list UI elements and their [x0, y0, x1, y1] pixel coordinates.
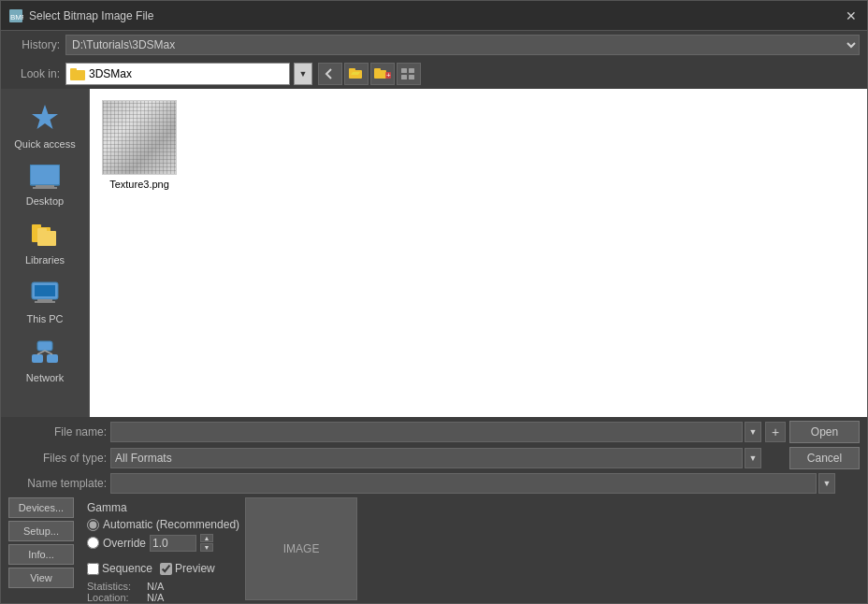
- automatic-label: Automatic (Recommended): [103, 518, 239, 531]
- preview-area: IMAGE: [245, 497, 357, 600]
- folder-icon: [70, 67, 85, 80]
- svg-rect-26: [35, 301, 55, 303]
- location-value: N/A: [147, 592, 164, 603]
- setup-button[interactable]: Setup...: [8, 521, 74, 541]
- filetype-dropdown-btn[interactable]: ▼: [745, 448, 761, 468]
- bitmap-icon: BMP: [8, 8, 23, 23]
- new-folder-button[interactable]: +: [370, 63, 395, 85]
- history-dropdown[interactable]: D:\Tutorials\3DSMax: [65, 35, 860, 55]
- svg-rect-22: [37, 228, 47, 234]
- back-button[interactable]: [318, 63, 342, 85]
- bottom-form-area: File name: ▼ + Open Files of type: ▼ Can…: [1, 417, 867, 603]
- name-template-row: Name template: ▼: [8, 473, 860, 494]
- override-label: Override: [103, 537, 146, 550]
- svg-rect-5: [349, 68, 355, 72]
- override-down-btn[interactable]: ▼: [200, 543, 213, 552]
- filetype-row: Files of type: ▼ Cancel: [8, 447, 860, 469]
- svg-rect-13: [409, 75, 414, 79]
- bottom-lower: Devices... Setup... Info... View Gamma A…: [8, 497, 860, 603]
- lookin-text: 3DSMax: [89, 67, 132, 80]
- sidebar-item-label-desktop: Desktop: [26, 195, 64, 207]
- sidebar-item-network[interactable]: Network: [7, 334, 82, 389]
- browse-folders-button[interactable]: [344, 63, 369, 85]
- svg-rect-31: [47, 354, 58, 363]
- sidebar-item-label-quick-access: Quick access: [14, 138, 75, 150]
- preview-checkbox[interactable]: [160, 563, 172, 575]
- filename-input[interactable]: [110, 422, 743, 442]
- sequence-checkbox[interactable]: [87, 563, 99, 575]
- svg-rect-12: [401, 75, 407, 79]
- sidebar-item-libraries[interactable]: Libraries: [7, 216, 82, 271]
- name-template-dropdown-btn[interactable]: ▼: [818, 473, 835, 494]
- svg-marker-14: [32, 105, 58, 129]
- gamma-stats-area: Gamma Automatic (Recommended) Override ▲: [87, 497, 239, 603]
- sidebar-item-desktop[interactable]: Desktop: [7, 159, 82, 212]
- override-spin-arrows: ▲ ▼: [200, 534, 213, 552]
- open-button[interactable]: Open: [789, 421, 860, 443]
- desktop-icon: [30, 165, 60, 192]
- location-row: Location: N/A: [87, 592, 239, 603]
- svg-rect-11: [409, 68, 414, 73]
- automatic-radio[interactable]: [87, 519, 99, 531]
- stats-area: Statistics: N/A Location: N/A: [87, 581, 239, 603]
- lookin-select-area[interactable]: 3DSMax: [65, 63, 290, 85]
- view-options-button[interactable]: [397, 63, 421, 85]
- filename-label: File name:: [8, 425, 107, 439]
- dialog: BMP Select Bitmap Image File ✕ History: …: [0, 0, 868, 604]
- lookin-dropdown-btn[interactable]: ▼: [294, 63, 312, 85]
- location-label: Location:: [87, 592, 143, 603]
- cancel-button[interactable]: Cancel: [789, 447, 860, 469]
- sidebar-item-quick-access[interactable]: Quick access: [7, 96, 82, 155]
- statistics-row: Statistics: N/A: [87, 581, 239, 592]
- override-radio-row: Override ▲ ▼: [87, 534, 239, 552]
- side-buttons: Devices... Setup... Info... View: [8, 497, 74, 603]
- statistics-label: Statistics:: [87, 581, 143, 592]
- svg-line-32: [37, 351, 45, 354]
- preview-checkbox-wrapper: Preview: [160, 562, 215, 575]
- name-template-input-area: ▼: [110, 473, 835, 494]
- filetype-label: Files of type:: [8, 452, 107, 465]
- lower-left: Devices... Setup... Info... View Gamma A…: [8, 497, 239, 603]
- filename-row: File name: ▼ + Open: [8, 421, 860, 443]
- file-area: Texture3.png: [90, 89, 867, 417]
- override-value-input[interactable]: [150, 535, 196, 552]
- sidebar-item-label-libraries: Libraries: [25, 254, 65, 266]
- nav-buttons: +: [318, 63, 421, 85]
- svg-rect-10: [401, 68, 407, 73]
- statistics-value: N/A: [147, 581, 164, 592]
- gamma-section: Gamma Automatic (Recommended) Override ▲: [87, 497, 239, 558]
- folder-open-icon: [349, 67, 364, 80]
- network-icon: [30, 339, 60, 368]
- sidebar-item-label-network: Network: [26, 372, 64, 383]
- svg-rect-18: [33, 187, 57, 189]
- name-template-input[interactable]: [110, 473, 817, 494]
- filetype-input[interactable]: [110, 448, 743, 468]
- preview-label: Preview: [175, 562, 215, 575]
- close-button[interactable]: ✕: [843, 7, 860, 24]
- view-button[interactable]: View: [8, 568, 74, 588]
- devices-button[interactable]: Devices...: [8, 497, 74, 518]
- view-grid-icon: [400, 67, 417, 80]
- automatic-radio-row: Automatic (Recommended): [87, 518, 239, 531]
- svg-rect-30: [32, 354, 43, 363]
- file-item[interactable]: Texture3.png: [97, 96, 181, 194]
- lookin-row: Look in: 3DSMax ▼: [1, 59, 867, 89]
- file-thumbnail: [102, 100, 177, 175]
- override-radio[interactable]: [87, 537, 99, 549]
- new-folder-icon: +: [374, 67, 391, 80]
- title-bar: BMP Select Bitmap Image File ✕: [1, 1, 867, 31]
- history-label: History:: [8, 38, 60, 51]
- file-name: Texture3.png: [109, 179, 169, 190]
- svg-rect-3: [70, 68, 77, 72]
- name-template-label: Name template:: [8, 477, 107, 490]
- info-button[interactable]: Info...: [8, 544, 74, 565]
- sidebar-item-this-pc[interactable]: This PC: [7, 275, 82, 330]
- dialog-title: Select Bitmap Image File: [29, 9, 153, 22]
- plus-button[interactable]: +: [765, 422, 786, 442]
- svg-text:+: +: [386, 71, 391, 79]
- filename-dropdown-btn[interactable]: ▼: [745, 422, 761, 442]
- lookin-wrapper: 3DSMax ▼: [65, 63, 312, 85]
- svg-rect-28: [37, 341, 52, 351]
- texture-preview: [103, 100, 176, 175]
- override-up-btn[interactable]: ▲: [200, 534, 213, 542]
